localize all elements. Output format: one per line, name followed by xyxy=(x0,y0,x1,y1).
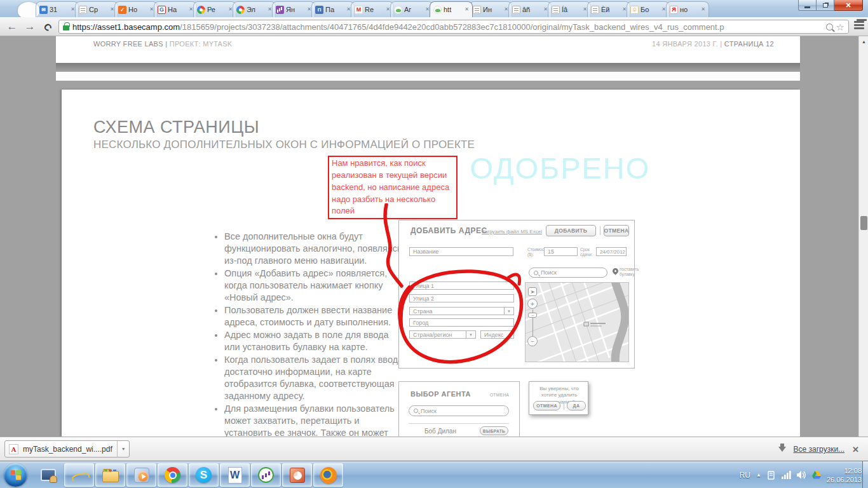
scrollbar-thumb[interactable] xyxy=(860,216,867,230)
taskbar-app-windows-explorer[interactable] xyxy=(95,463,125,487)
language-indicator[interactable]: RU xyxy=(740,471,750,480)
zoom-search-icon[interactable] xyxy=(826,24,833,30)
map-locate-button[interactable]: ➤ xyxy=(528,287,537,296)
bookmark-star-icon[interactable]: ☆ xyxy=(836,22,844,32)
tab-close-icon[interactable]: ✕ xyxy=(228,7,233,12)
browser-tab[interactable]: Íâ✕ xyxy=(548,1,591,17)
map-zoom-slider-handle[interactable]: − xyxy=(528,313,537,318)
cancel-button[interactable]: ОТМЕНА xyxy=(604,225,629,236)
clock[interactable]: 12:08 26.06.2013 xyxy=(827,466,862,484)
action-center-icon[interactable] xyxy=(767,471,776,480)
browser-tab[interactable]: 31✕ xyxy=(36,1,79,17)
browser-tab[interactable]: Аг✕ xyxy=(390,1,433,17)
tab-close-icon[interactable]: ✕ xyxy=(110,7,114,12)
taskbar-app-powerpoint[interactable] xyxy=(282,463,312,487)
taskbar-app-chrome[interactable] xyxy=(158,463,187,487)
region-dropdown[interactable]: Страна/регион▼ xyxy=(409,330,476,339)
window-restore-button[interactable] xyxy=(817,0,834,11)
map-search-input[interactable]: Поиск xyxy=(529,268,607,278)
taskbar-app-remote-desktop[interactable] xyxy=(33,463,63,487)
network-signal-icon[interactable] xyxy=(782,471,791,479)
google-drive-icon[interactable] xyxy=(812,471,821,479)
browser-tab[interactable]: На✕ xyxy=(154,1,197,17)
taskbar-app-word[interactable] xyxy=(220,463,250,487)
window-minimize-button[interactable] xyxy=(798,0,817,11)
download-bar-close-icon[interactable]: ✕ xyxy=(852,445,859,454)
tab-close-icon[interactable]: ✕ xyxy=(346,7,351,12)
system-tray: RU ▲ 12:08 26.06 xyxy=(740,461,862,488)
volume-icon[interactable] xyxy=(797,471,806,479)
browser-tab[interactable]: Èй✕ xyxy=(587,1,630,17)
cost-input[interactable]: 15 xyxy=(544,247,578,256)
browser-tab[interactable]: Re✕ xyxy=(351,1,394,17)
taskbar-app-media-player[interactable] xyxy=(126,463,156,487)
tab-close-icon[interactable]: ✕ xyxy=(189,7,193,12)
tab-close-icon[interactable]: ✕ xyxy=(543,7,548,12)
country-dropdown[interactable]: Страна▼ xyxy=(409,307,514,315)
taskbar-app-stats-app[interactable] xyxy=(251,463,281,487)
download-options-chevron[interactable]: ▼ xyxy=(117,441,126,457)
back-button[interactable]: ← xyxy=(4,19,20,34)
agent-select-button[interactable]: ВЫБРАТЬ xyxy=(480,426,508,435)
reload-button[interactable]: C xyxy=(39,19,56,34)
browser-tab-active[interactable]: htt✕ xyxy=(430,1,473,17)
dialog-yes-button[interactable]: ДА xyxy=(567,401,586,410)
chevron-down-icon[interactable]: ▼ xyxy=(504,308,513,315)
browser-tab[interactable]: Па✕ xyxy=(311,1,355,17)
street2-input[interactable]: Улица 2 xyxy=(409,294,514,302)
tab-close-icon[interactable]: ✕ xyxy=(268,7,272,12)
map[interactable]: ➤ + − − xyxy=(525,282,629,362)
browser-tab[interactable]: Бо✕ xyxy=(627,1,670,17)
https-lock-icon[interactable] xyxy=(63,25,69,30)
chevron-down-icon[interactable]: ▼ xyxy=(466,331,475,338)
downloaded-file-button[interactable]: myTask_backend_wi....pdf ▼ xyxy=(4,440,130,458)
forward-button[interactable]: → xyxy=(22,19,38,34)
tab-close-icon[interactable]: ✕ xyxy=(307,7,311,12)
agent-search-input[interactable]: Поиск xyxy=(409,405,509,416)
browser-tab[interactable]: Эл✕ xyxy=(233,1,276,17)
browser-tab[interactable]: âñ✕ xyxy=(508,1,552,17)
show-desktop-button[interactable] xyxy=(862,461,868,488)
tab-close-icon[interactable]: ✕ xyxy=(71,7,75,12)
tab-close-icon[interactable]: ✕ xyxy=(701,7,705,12)
taskbar-app-internet-explorer[interactable] xyxy=(64,463,94,487)
browser-tab[interactable]: Ин✕ xyxy=(469,1,512,17)
scroll-up-button[interactable]: ▲ xyxy=(859,36,868,46)
dialog-cancel-button[interactable]: ОТМЕНА xyxy=(533,401,560,410)
map-zoom-out-button[interactable]: − xyxy=(527,336,538,346)
tab-close-icon[interactable]: ✕ xyxy=(583,7,587,12)
reload-icon: C xyxy=(41,20,54,32)
agent-cancel-link[interactable]: ОТМЕНА xyxy=(490,393,509,397)
tab-close-icon[interactable]: ✕ xyxy=(149,7,154,12)
zip-input[interactable]: Индекс xyxy=(480,330,514,339)
city-input[interactable]: Город xyxy=(409,318,514,327)
address-name-input[interactable]: Название xyxy=(409,247,513,256)
taskbar-app-firefox[interactable] xyxy=(313,463,343,487)
tab-close-icon[interactable]: ✕ xyxy=(661,7,666,12)
tab-close-icon[interactable]: ✕ xyxy=(622,7,627,12)
tab-close-icon[interactable]: ✕ xyxy=(386,7,390,12)
scrollbar[interactable]: ▲ xyxy=(858,36,868,437)
browser-tab[interactable]: Но✕ xyxy=(114,1,158,17)
due-input[interactable]: 24/07/2012 xyxy=(596,247,627,256)
start-button[interactable] xyxy=(4,463,27,487)
add-button[interactable]: ДОБАВИТЬ xyxy=(546,225,596,236)
browser-tab[interactable]: Ре✕ xyxy=(193,1,236,17)
taskbar-app-skype[interactable] xyxy=(189,463,219,487)
browser-tab[interactable]: Ср✕ xyxy=(75,1,118,17)
window-close-button[interactable]: ✕ xyxy=(834,0,863,11)
map-pin-icon[interactable] xyxy=(611,267,620,275)
pdf-viewer[interactable]: WORRY FREE LABS | ПРОЕКТ: MYTASK 14 ЯНВА… xyxy=(0,36,868,437)
tab-close-icon[interactable]: ✕ xyxy=(425,7,430,12)
tab-close-icon[interactable]: ✕ xyxy=(465,7,469,12)
tab-close-icon[interactable]: ✕ xyxy=(504,7,508,12)
browser-tab[interactable]: Ян✕ xyxy=(272,1,315,17)
all-downloads-link[interactable]: Все загрузки... xyxy=(794,445,845,454)
address-bar[interactable]: https://asset1.basecamp.com/1815659/proj… xyxy=(58,20,849,34)
chrome-menu-button[interactable] xyxy=(854,21,865,31)
tray-expand-icon[interactable]: ▲ xyxy=(756,472,761,478)
upload-excel-link[interactable]: Загрузить файл MS Excel xyxy=(482,229,542,234)
map-zoom-in-button[interactable]: + xyxy=(527,299,538,309)
street1-input[interactable]: Улица 1 xyxy=(409,281,514,290)
browser-tab[interactable]: но✕ xyxy=(666,1,709,17)
